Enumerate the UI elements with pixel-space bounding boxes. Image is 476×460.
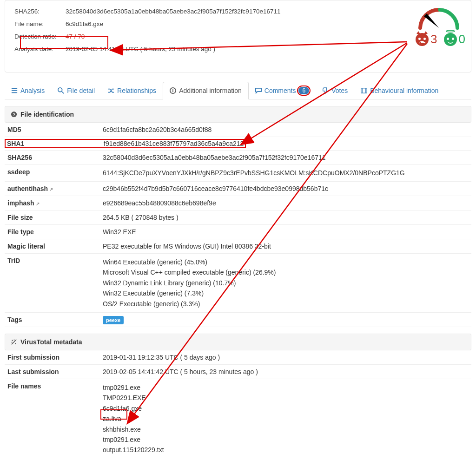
trid-values: Win64 Executable (generic) (45.0%)Micros… <box>103 257 276 309</box>
trid-line: Win32 Executable (generic) (7.3%) <box>103 288 276 298</box>
sha256-value: 32c58040d3d6ec5305a1a0ebb48ba05aebe3ac2f… <box>103 154 326 161</box>
imphash-value: e926689eac55b48809088c6eb698ef9e <box>103 199 216 207</box>
vote-gauge <box>416 7 462 30</box>
authentihash-value: c29b46b552f4d7b9d5b7c660716ceace8c977641… <box>103 185 328 192</box>
magic-value: PE32 executable for MS Windows (GUI) Int… <box>103 243 271 250</box>
row-trid: TrID Win64 Executable (generic) (45.0%)M… <box>5 254 471 313</box>
tab-behavioural[interactable]: Behavioural information <box>354 82 445 99</box>
annotation-box-filename <box>100 409 127 420</box>
filename-line: output.115120229.txt <box>103 445 164 455</box>
wand-icon <box>11 339 17 345</box>
svg-rect-7 <box>172 90 173 92</box>
svg-rect-3 <box>12 92 17 93</box>
annotation-box-ratio <box>20 36 108 49</box>
question-icon: ? <box>11 111 17 118</box>
filename-line: TMP0291.EXE <box>103 393 164 403</box>
tab-label: Analysis <box>20 87 45 94</box>
row-sha256: SHA256 32c58040d3d6ec5305a1a0ebb48ba05ae… <box>5 151 471 165</box>
sha1-value: f91ed88e61b431ce883f75797ad36c5a4a9ca212 <box>104 140 244 147</box>
svg-rect-9 <box>361 88 367 93</box>
row-magic: Magic literal PE32 executable for MS Win… <box>5 239 471 254</box>
tab-label: Votes <box>331 87 348 94</box>
tag-peexe[interactable]: peexe <box>103 316 124 324</box>
filesize-value: 264.5 KB ( 270848 bytes ) <box>103 214 178 221</box>
film-icon <box>361 87 367 94</box>
info-icon <box>170 87 176 94</box>
tab-label: Comments <box>264 87 296 94</box>
row-imphash: imphash e926689eac55b48809088c6eb698ef9e <box>5 196 471 210</box>
svg-rect-1 <box>12 88 17 89</box>
magnify-icon <box>58 87 64 94</box>
svg-rect-2 <box>12 90 17 91</box>
first-submission-value: 2019-01-31 19:12:35 UTC ( 5 days ago ) <box>103 354 220 361</box>
last-submission-value: 2019-02-05 14:41:42 UTC ( 5 hours, 23 mi… <box>103 368 258 375</box>
ssdeep-value: 6144:SjKCDe7puXYVoenYJXkH/r/gNBPZ9c3rEPv… <box>103 168 405 178</box>
summary-label: File name: <box>14 20 66 27</box>
filename-line: tmp0291.exe <box>103 434 164 445</box>
summary-filename: File name: 6c9d1fa6.gxe <box>14 20 462 27</box>
md5-value: 6c9d1fa6cfa8bc2a620b3c4a665d0f88 <box>103 126 212 133</box>
tab-file-detail[interactable]: File detail <box>51 82 101 99</box>
summary-sha256: SHA256: 32c58040d3d6ec5305a1a0ebb48ba05a… <box>14 8 462 15</box>
filename-line: skhbhish.exe <box>103 424 164 434</box>
list-icon <box>11 87 18 94</box>
row-tags: Tags peexe <box>5 313 471 327</box>
row-ssdeep: ssdeep 6144:SjKCDe7puXYVoenYJXkH/r/gNBPZ… <box>5 165 471 182</box>
trid-line: OS/2 Executable (generic) (3.3%) <box>103 299 276 309</box>
row-filenames: File names tmp0291.exeTMP0291.EXE6c9d1fa… <box>5 379 471 459</box>
row-last-submission: Last submission 2019-02-05 14:41:42 UTC … <box>5 365 471 379</box>
svg-line-5 <box>62 91 64 93</box>
tab-additional-info[interactable]: Additional information <box>163 82 249 99</box>
svg-point-4 <box>58 87 62 92</box>
malicious-vote-count: 3 <box>430 32 437 46</box>
tab-comments[interactable]: Comments 6 <box>249 82 316 99</box>
summary-value: 6c9d1fa6.gxe <box>66 20 103 27</box>
section-file-identification: ? File identification <box>5 106 471 123</box>
harmless-vote-count: 0 <box>459 32 465 46</box>
tab-label: Relationships <box>117 87 156 94</box>
tab-label: File detail <box>67 87 95 94</box>
file-summary-panel: SHA256: 32c58040d3d6ec5305a1a0ebb48ba05a… <box>5 0 471 72</box>
tab-label: Behavioural information <box>370 87 438 94</box>
angel-face-icon[interactable] <box>444 33 457 46</box>
svg-marker-0 <box>424 13 439 28</box>
devil-face-icon[interactable] <box>416 33 429 46</box>
summary-label: SHA256: <box>14 8 66 15</box>
svg-text:?: ? <box>13 112 15 117</box>
row-md5: MD5 6c9d1fa6cfa8bc2a620b3c4a665d0f88 <box>5 123 471 137</box>
tab-votes[interactable]: Votes <box>316 82 354 99</box>
shuffle-icon <box>108 87 114 94</box>
trid-line: Win64 Executable (generic) (45.0%) <box>103 257 276 267</box>
annotation-box-sha1: SHA1 f91ed88e61b431ce883f75797ad36c5a4a9… <box>5 139 246 148</box>
comments-badge: 6 <box>298 87 309 94</box>
summary-value: 32c58040d3d6ec5305a1a0ebb48ba05aebe3ac2f… <box>66 8 280 15</box>
section-vt-metadata: VirusTotal metadata <box>5 334 471 350</box>
tab-bar: Analysis File detail Relationships Addit… <box>5 82 471 99</box>
annotation-ring <box>297 85 311 96</box>
thumb-down-icon <box>322 87 329 94</box>
trid-line: Win32 Dynamic Link Library (generic) (10… <box>103 278 276 288</box>
row-sha1: SHA1 f91ed88e61b431ce883f75797ad36c5a4a9… <box>5 137 471 151</box>
row-authentihash: authentihash c29b46b552f4d7b9d5b7c660716… <box>5 182 471 196</box>
comment-icon <box>255 87 262 94</box>
row-filetype: File type Win32 EXE <box>5 225 471 239</box>
filenames-values: tmp0291.exeTMP0291.EXE6c9d1fa6.gxeza.liv… <box>103 382 164 455</box>
filename-line: tmp0291.exe <box>103 382 164 393</box>
tab-relationships[interactable]: Relationships <box>101 82 163 99</box>
external-link-icon[interactable] <box>48 185 53 192</box>
tab-analysis[interactable]: Analysis <box>5 82 51 99</box>
row-first-submission: First submission 2019-01-31 19:12:35 UTC… <box>5 350 471 365</box>
filetype-value: Win32 EXE <box>103 228 136 236</box>
external-link-icon[interactable] <box>34 199 40 207</box>
row-filesize: File size 264.5 KB ( 270848 bytes ) <box>5 210 471 225</box>
trid-line: Microsoft Visual C++ compiled executable… <box>103 267 276 277</box>
tab-label: Additional information <box>179 87 242 94</box>
community-vote-widget: 3 0 <box>416 7 465 46</box>
svg-rect-8 <box>172 89 173 90</box>
